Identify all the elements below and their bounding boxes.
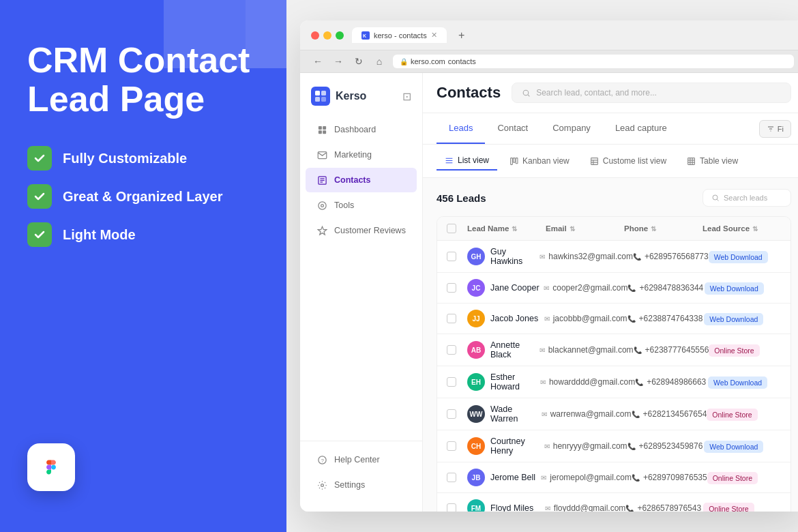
row-checkbox[interactable]: [447, 283, 456, 293]
table-view-icon: [687, 157, 696, 166]
cell-source: Web Download: [705, 282, 781, 295]
email-value: floyddd@gmail.com: [554, 503, 626, 512]
tab-company[interactable]: Company: [540, 113, 603, 144]
table-row[interactable]: FM Floyd Miles ✉ floyddd@gmail.com 📞 +62…: [437, 493, 790, 512]
main-content: Contacts Search lead, contact, and more.…: [423, 73, 798, 512]
email-value: howardddd@gmail.com: [549, 377, 635, 387]
row-checkbox[interactable]: [447, 409, 456, 419]
avatar: CH: [467, 437, 485, 455]
check-icon: [27, 146, 52, 171]
hero-title: CRM Contact Lead Page: [27, 41, 259, 119]
traffic-light-green[interactable]: [336, 31, 344, 40]
tab-contact[interactable]: Contact: [485, 113, 540, 144]
view-table[interactable]: Table view: [679, 152, 746, 170]
address-bar[interactable]: 🔒 kerso.comcontacts: [393, 55, 794, 68]
phone-icon: 📞: [633, 253, 641, 261]
header-search[interactable]: Search lead, contact, and more...: [512, 83, 791, 103]
sidebar-item-settings[interactable]: Settings: [306, 473, 417, 497]
leads-search[interactable]: Search leads: [703, 189, 791, 207]
source-badge: Web Download: [704, 441, 763, 453]
email-value: blackannet@gmail.com: [548, 345, 634, 355]
row-checkbox[interactable]: [447, 503, 456, 512]
row-checkbox[interactable]: [447, 441, 456, 451]
browser-chrome: K kerso - contacts ✕ +: [300, 20, 798, 50]
email-icon: ✉: [545, 505, 550, 512]
svg-rect-8: [323, 125, 326, 129]
table-row[interactable]: AB Annette Black ✉ blackannet@gmail.com …: [437, 334, 790, 366]
reviews-icon: [316, 225, 327, 236]
svg-marker-18: [318, 226, 327, 235]
sidebar-item-help[interactable]: ? Help Center: [306, 447, 417, 472]
leads-area: 456 Leads Search leads Lead Name ⇅: [423, 178, 798, 512]
sidebar-toggle-icon[interactable]: ⊡: [402, 90, 411, 103]
row-checkbox[interactable]: [447, 473, 456, 482]
sidebar-item-marketing[interactable]: Marketing: [306, 143, 417, 167]
check-icon: [27, 184, 52, 209]
svg-rect-37: [688, 158, 695, 164]
table-row[interactable]: CH Courtney Henry ✉ henryyy@gmail.com 📞 …: [437, 430, 790, 462]
browser-tab[interactable]: K kerso - contacts ✕: [352, 27, 447, 43]
row-checkbox[interactable]: [447, 345, 456, 355]
th-name: Lead Name ⇅: [467, 224, 546, 233]
phone-icon: 📞: [627, 443, 636, 450]
phone-value: +6289576568773: [645, 252, 709, 261]
source-badge: Web Download: [705, 282, 764, 295]
view-custom[interactable]: Custome list view: [582, 152, 675, 170]
traffic-light-red[interactable]: [311, 31, 319, 40]
reload-button[interactable]: ↻: [352, 55, 366, 68]
browser-tab-label: kerso - contacts: [374, 31, 427, 40]
contacts-label: Contacts: [334, 175, 370, 185]
view-list[interactable]: List view: [437, 151, 497, 171]
filter-button[interactable]: Fi: [759, 120, 791, 138]
phone-icon: 📞: [632, 411, 640, 418]
cell-email: ✉ jacobbb@gmail.com: [544, 314, 627, 323]
browser-tab-close-icon[interactable]: ✕: [431, 31, 437, 40]
home-button[interactable]: ⌂: [372, 55, 386, 68]
new-tab-button[interactable]: +: [455, 29, 469, 42]
head-checkbox[interactable]: [447, 224, 456, 233]
cell-name: AB Annette Black: [467, 340, 540, 359]
svg-rect-31: [513, 158, 515, 162]
lead-name: Jane Cooper: [490, 283, 540, 293]
sidebar-item-reviews[interactable]: Customer Reviews: [306, 218, 417, 243]
back-button[interactable]: ←: [311, 55, 325, 68]
row-checkbox[interactable]: [447, 377, 456, 387]
svg-text:?: ?: [321, 457, 323, 463]
kanban-view-icon: [509, 157, 518, 166]
avatar: WW: [467, 405, 485, 423]
sidebar-item-tools[interactable]: Tools: [306, 193, 417, 218]
table-row[interactable]: JJ Jacob Jones ✉ jacobbb@gmail.com 📞 +62…: [437, 304, 790, 334]
feature-text: Fully Customizable: [63, 151, 187, 166]
sidebar-item-dashboard[interactable]: Dashboard: [306, 117, 417, 142]
table-row[interactable]: JC Jane Cooper ✉ cooper2@gmail.com 📞 +62…: [437, 273, 790, 304]
phone-value: +6289709876535: [643, 473, 707, 482]
view-kanban[interactable]: Kanban view: [501, 152, 578, 170]
svg-rect-30: [511, 158, 513, 164]
table-head: Lead Name ⇅ Email ⇅ Phone ⇅: [437, 217, 790, 241]
tab-leads[interactable]: Leads: [437, 113, 485, 144]
cell-name: JJ Jacob Jones: [467, 310, 544, 327]
table-row[interactable]: EH Esther Howard ✉ howardddd@gmail.com 📞…: [437, 366, 790, 398]
sidebar-item-contacts[interactable]: Contacts: [306, 168, 417, 192]
tab-leadcapture[interactable]: Lead capture: [603, 113, 679, 144]
content-header: Contacts Search lead, contact, and more.…: [423, 73, 798, 113]
avatar: JC: [467, 279, 485, 297]
forward-button[interactable]: →: [331, 55, 345, 68]
table-row[interactable]: GH Guy Hawkins ✉ hawkins32@gmail.com 📞 +…: [437, 241, 790, 273]
svg-point-22: [523, 90, 529, 95]
table-row[interactable]: WW Wade Warren ✉ warrenwa@gmail.com 📞 +6…: [437, 398, 790, 430]
cell-phone: 📞 +628948986663: [635, 377, 708, 387]
cell-source: Online Store: [707, 471, 781, 484]
leads-table: Lead Name ⇅ Email ⇅ Phone ⇅: [437, 216, 791, 512]
view-switcher: List view Kanban view Custome list view …: [423, 145, 798, 178]
row-checkbox[interactable]: [447, 314, 456, 323]
row-checkbox[interactable]: [447, 252, 456, 261]
lead-name: Jerome Bell: [490, 473, 535, 482]
traffic-light-yellow[interactable]: [323, 31, 331, 40]
phone-value: +6282134567654: [643, 409, 707, 419]
table-row[interactable]: JB Jerome Bell ✉ jeromepol@gmail.com 📞 +…: [437, 462, 790, 493]
avatar: GH: [467, 248, 485, 265]
cell-email: ✉ hawkins32@gmail.com: [540, 252, 633, 261]
cell-name: FM Floyd Miles: [467, 499, 545, 512]
cell-email: ✉ cooper2@gmail.com: [544, 283, 627, 293]
